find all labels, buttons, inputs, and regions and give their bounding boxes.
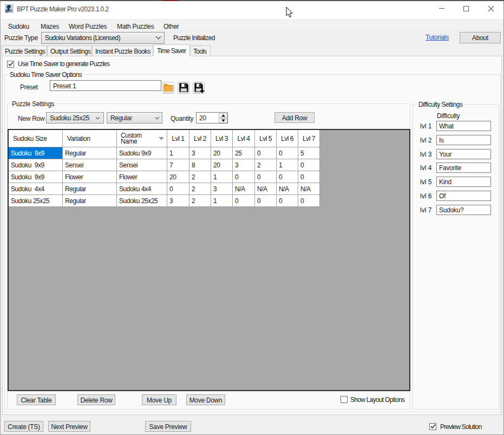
svg-text:BPT: BPT: [5, 9, 12, 13]
